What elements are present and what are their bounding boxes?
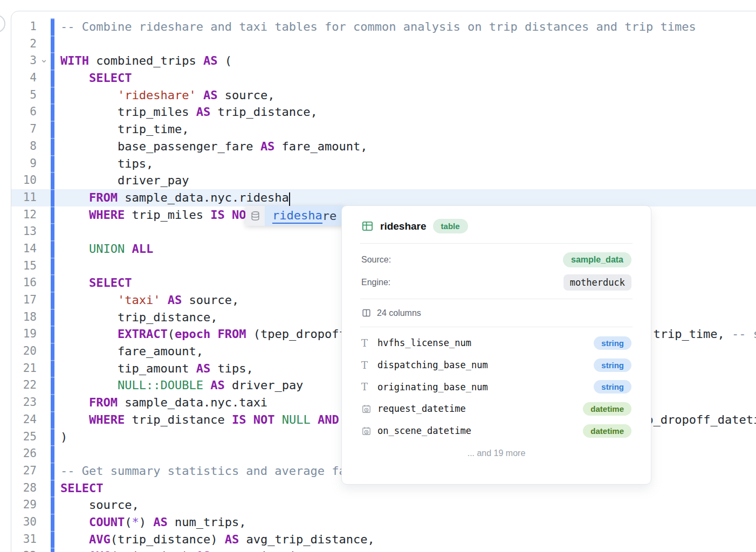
line-number: 29 [11, 496, 37, 514]
code-text[interactable]: AVG(trip_time) AS avg_trip_time, [54, 548, 756, 552]
fold-gutter [37, 121, 51, 138]
fold-gutter [37, 463, 51, 480]
change-indicator-bar [51, 496, 54, 514]
line-number: 31 [11, 531, 37, 548]
columns-count-label: 24 columns [377, 308, 421, 318]
change-indicator-bar [51, 138, 54, 155]
fold-gutter [37, 138, 51, 155]
change-indicator-bar [51, 429, 54, 446]
column-name: dispatching_base_num [377, 360, 594, 370]
column-row: Thvfhs_license_numstring [361, 332, 631, 354]
table-info-card: rideshare table Source: sample_data Engi… [341, 205, 651, 485]
line-number: 27 [11, 463, 37, 480]
change-indicator-bar [51, 240, 54, 258]
column-row: Tdispatching_base_numstring [361, 354, 631, 376]
text-type-icon: T [361, 360, 377, 371]
code-text[interactable]: source, [54, 496, 756, 514]
fold-gutter [37, 274, 51, 292]
line-number: 9 [11, 155, 37, 172]
change-indicator-bar [51, 394, 54, 411]
code-text[interactable]: driver_pay [54, 172, 756, 189]
line-number: 22 [11, 377, 37, 394]
code-text[interactable]: WITH combined_trips AS ( [54, 52, 756, 70]
fold-gutter [37, 189, 51, 206]
change-indicator-bar [51, 411, 54, 429]
code-line-29[interactable]: 29 source, [11, 496, 756, 514]
code-line-4[interactable]: 4 SELECT [11, 70, 756, 87]
line-number: 32 [11, 548, 37, 552]
change-indicator-bar [51, 70, 54, 87]
code-line-5[interactable]: 5 'rideshare' AS source, [11, 87, 756, 104]
change-indicator-bar [51, 121, 54, 138]
fold-gutter [37, 206, 51, 224]
code-line-30[interactable]: 30 COUNT(*) AS num_trips, [11, 514, 756, 531]
code-line-3[interactable]: 3WITH combined_trips AS ( [11, 52, 756, 70]
code-line-31[interactable]: 31 AVG(trip_distance) AS avg_trip_distan… [11, 531, 756, 548]
line-number: 2 [11, 36, 37, 53]
code-text[interactable]: AVG(trip_distance) AS avg_trip_distance, [54, 531, 756, 548]
fold-gutter [37, 531, 51, 548]
engine-label: Engine: [361, 278, 390, 287]
change-indicator-bar [51, 104, 54, 121]
code-text[interactable]: tips, [54, 155, 756, 172]
source-row: Source: sample_data [361, 249, 631, 271]
code-line-32[interactable]: 32 AVG(trip_time) AS avg_trip_time, [11, 548, 756, 552]
line-number: 26 [11, 445, 37, 463]
fold-gutter [37, 240, 51, 258]
card-header: rideshare table [342, 206, 651, 243]
column-type-badge: string [594, 336, 631, 350]
calendar-clock-icon [361, 404, 377, 414]
change-indicator-bar [51, 531, 54, 548]
code-line-6[interactable]: 6 trip_miles AS trip_distance, [11, 104, 756, 121]
code-text[interactable]: -- Combine rideshare and taxi tables for… [54, 18, 756, 36]
code-line-1[interactable]: 1-- Combine rideshare and taxi tables fo… [11, 18, 756, 36]
line-number: 7 [11, 121, 37, 138]
chevron-down-icon[interactable] [37, 52, 51, 70]
source-label: Source: [361, 255, 391, 265]
code-line-9[interactable]: 9 tips, [11, 155, 756, 172]
code-line-2[interactable]: 2 [11, 36, 756, 53]
autocomplete-matched-text: ridesha [272, 209, 322, 224]
change-indicator-bar [51, 172, 54, 189]
code-line-11[interactable]: 11 FROM sample_data.nyc.ridesha [11, 189, 756, 206]
code-text[interactable] [54, 36, 756, 53]
code-line-10[interactable]: 10 driver_pay [11, 172, 756, 189]
code-line-7[interactable]: 7 trip_time, [11, 121, 756, 138]
change-indicator-bar [51, 309, 54, 326]
floating-button-partial[interactable] [0, 15, 5, 33]
autocomplete-item-rideshare[interactable]: rideshare [265, 206, 345, 226]
fold-gutter [37, 445, 51, 463]
change-indicator-bar [51, 189, 54, 206]
text-type-icon: T [361, 381, 377, 392]
column-row: on_scene_datetimedatetime [361, 420, 631, 442]
code-text[interactable]: FROM sample_data.nyc.ridesha [54, 189, 756, 206]
code-text[interactable]: SELECT [54, 70, 756, 87]
column-list: Thvfhs_license_numstringTdispatching_bas… [342, 327, 651, 441]
code-text[interactable]: trip_time, [54, 121, 756, 138]
fold-gutter [37, 377, 51, 394]
line-number: 25 [11, 429, 37, 446]
engine-value-badge: motherduck [563, 274, 631, 291]
table-icon [361, 220, 374, 232]
fold-gutter [37, 360, 51, 377]
code-text[interactable]: trip_miles AS trip_distance, [54, 104, 756, 121]
change-indicator-bar [51, 480, 54, 497]
column-type-badge: datetime [583, 424, 631, 438]
text-type-icon: T [361, 337, 377, 349]
fold-gutter [37, 104, 51, 121]
line-number: 16 [11, 274, 37, 292]
code-text[interactable]: 'rideshare' AS source, [54, 87, 756, 104]
fold-gutter [37, 172, 51, 189]
line-number: 6 [11, 104, 37, 121]
fold-gutter [37, 309, 51, 326]
column-row: Toriginating_base_numstring [361, 376, 631, 398]
code-line-8[interactable]: 8 base_passenger_fare AS fare_amount, [11, 138, 756, 155]
change-indicator-bar [51, 87, 54, 104]
fold-gutter [37, 292, 51, 309]
code-text[interactable]: base_passenger_fare AS fare_amount, [54, 138, 756, 155]
autocomplete-popup[interactable]: rideshare [245, 206, 345, 226]
code-text[interactable]: COUNT(*) AS num_trips, [54, 514, 756, 531]
line-number: 28 [11, 480, 37, 497]
fold-gutter [37, 223, 51, 240]
change-indicator-bar [51, 258, 54, 275]
